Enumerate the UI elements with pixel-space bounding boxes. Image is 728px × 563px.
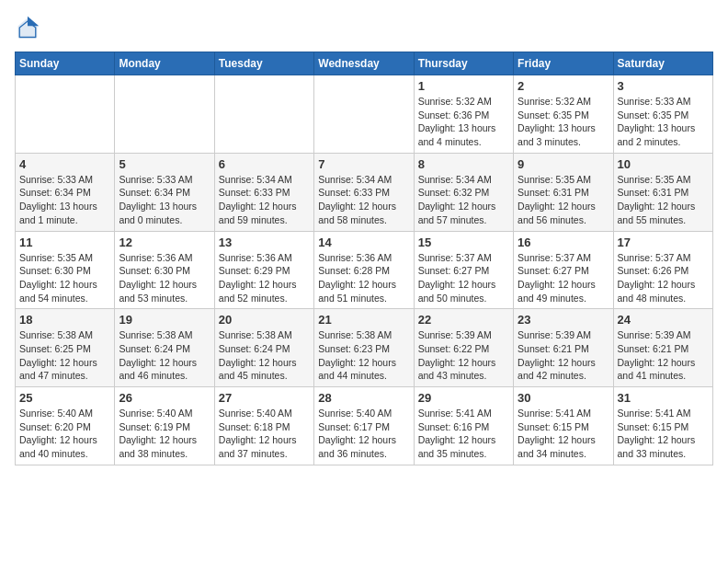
day-info: Sunrise: 5:35 AM Sunset: 6:30 PM Dayligh… <box>19 251 110 305</box>
day-info: Sunrise: 5:38 AM Sunset: 6:24 PM Dayligh… <box>119 328 210 383</box>
day-info: Sunrise: 5:35 AM Sunset: 6:31 PM Dayligh… <box>618 173 709 227</box>
day-info: Sunrise: 5:41 AM Sunset: 6:15 PM Dayligh… <box>518 407 609 461</box>
day-number: 1 <box>418 79 509 93</box>
day-number: 23 <box>518 313 609 327</box>
calendar-cell: 31Sunrise: 5:41 AM Sunset: 6:15 PM Dayli… <box>613 387 712 465</box>
day-number: 27 <box>219 391 310 405</box>
day-number: 7 <box>318 157 409 171</box>
calendar-cell: 26Sunrise: 5:40 AM Sunset: 6:19 PM Dayli… <box>115 387 214 465</box>
calendar-cell: 30Sunrise: 5:41 AM Sunset: 6:15 PM Dayli… <box>514 387 613 465</box>
day-number: 21 <box>318 313 409 327</box>
day-info: Sunrise: 5:40 AM Sunset: 6:17 PM Dayligh… <box>318 407 409 461</box>
day-number: 5 <box>119 157 210 171</box>
day-info: Sunrise: 5:38 AM Sunset: 6:23 PM Dayligh… <box>318 328 409 383</box>
day-info: Sunrise: 5:34 AM Sunset: 6:32 PM Dayligh… <box>418 173 509 227</box>
day-info: Sunrise: 5:37 AM Sunset: 6:27 PM Dayligh… <box>418 251 509 305</box>
day-number: 29 <box>418 391 509 405</box>
day-info: Sunrise: 5:34 AM Sunset: 6:33 PM Dayligh… <box>219 173 310 227</box>
calendar-cell: 15Sunrise: 5:37 AM Sunset: 6:27 PM Dayli… <box>414 231 513 309</box>
day-info: Sunrise: 5:33 AM Sunset: 6:34 PM Dayligh… <box>19 173 110 227</box>
day-info: Sunrise: 5:41 AM Sunset: 6:15 PM Dayligh… <box>618 407 709 461</box>
logo <box>15 15 44 40</box>
day-number: 12 <box>119 236 210 249</box>
calendar-cell <box>214 75 313 154</box>
day-info: Sunrise: 5:36 AM Sunset: 6:28 PM Dayligh… <box>318 251 409 305</box>
day-info: Sunrise: 5:40 AM Sunset: 6:18 PM Dayligh… <box>219 407 310 461</box>
calendar-cell: 20Sunrise: 5:38 AM Sunset: 6:24 PM Dayli… <box>214 309 313 387</box>
calendar-cell: 8Sunrise: 5:34 AM Sunset: 6:32 PM Daylig… <box>414 153 513 231</box>
day-number: 13 <box>219 236 310 249</box>
day-number: 14 <box>318 236 409 249</box>
day-info: Sunrise: 5:37 AM Sunset: 6:27 PM Dayligh… <box>518 251 609 305</box>
weekday-header: Tuesday <box>214 52 313 75</box>
calendar-cell: 21Sunrise: 5:38 AM Sunset: 6:23 PM Dayli… <box>314 309 414 387</box>
weekday-header: Sunday <box>16 52 115 75</box>
day-number: 22 <box>418 313 509 327</box>
calendar-cell: 22Sunrise: 5:39 AM Sunset: 6:22 PM Dayli… <box>414 309 513 387</box>
day-info: Sunrise: 5:36 AM Sunset: 6:29 PM Dayligh… <box>219 251 310 305</box>
calendar-cell: 12Sunrise: 5:36 AM Sunset: 6:30 PM Dayli… <box>115 231 214 309</box>
calendar-cell: 17Sunrise: 5:37 AM Sunset: 6:26 PM Dayli… <box>613 231 712 309</box>
day-info: Sunrise: 5:39 AM Sunset: 6:22 PM Dayligh… <box>418 328 509 383</box>
day-info: Sunrise: 5:41 AM Sunset: 6:16 PM Dayligh… <box>418 407 509 461</box>
calendar-week-row: 11Sunrise: 5:35 AM Sunset: 6:30 PM Dayli… <box>16 231 713 309</box>
calendar-table: SundayMondayTuesdayWednesdayThursdayFrid… <box>15 52 713 465</box>
calendar-week-row: 1Sunrise: 5:32 AM Sunset: 6:36 PM Daylig… <box>16 75 713 154</box>
calendar-cell: 24Sunrise: 5:39 AM Sunset: 6:21 PM Dayli… <box>613 309 712 387</box>
day-info: Sunrise: 5:40 AM Sunset: 6:19 PM Dayligh… <box>119 407 210 461</box>
calendar-cell: 2Sunrise: 5:32 AM Sunset: 6:35 PM Daylig… <box>514 75 613 154</box>
calendar-cell: 16Sunrise: 5:37 AM Sunset: 6:27 PM Dayli… <box>514 231 613 309</box>
calendar-cell: 28Sunrise: 5:40 AM Sunset: 6:17 PM Dayli… <box>314 387 414 465</box>
calendar-cell: 14Sunrise: 5:36 AM Sunset: 6:28 PM Dayli… <box>314 231 414 309</box>
day-number: 19 <box>119 313 210 327</box>
calendar-week-row: 25Sunrise: 5:40 AM Sunset: 6:20 PM Dayli… <box>16 387 713 465</box>
calendar-cell: 4Sunrise: 5:33 AM Sunset: 6:34 PM Daylig… <box>16 153 115 231</box>
calendar-week-row: 18Sunrise: 5:38 AM Sunset: 6:25 PM Dayli… <box>16 309 713 387</box>
weekday-header: Thursday <box>414 52 513 75</box>
day-number: 16 <box>518 236 609 249</box>
weekday-header: Wednesday <box>314 52 414 75</box>
calendar-cell <box>115 75 214 154</box>
calendar-cell: 27Sunrise: 5:40 AM Sunset: 6:18 PM Dayli… <box>214 387 313 465</box>
day-number: 31 <box>618 391 709 405</box>
calendar-cell: 11Sunrise: 5:35 AM Sunset: 6:30 PM Dayli… <box>16 231 115 309</box>
calendar-cell: 1Sunrise: 5:32 AM Sunset: 6:36 PM Daylig… <box>414 75 513 154</box>
day-number: 6 <box>219 157 310 171</box>
day-number: 9 <box>518 157 609 171</box>
day-info: Sunrise: 5:36 AM Sunset: 6:30 PM Dayligh… <box>119 251 210 305</box>
calendar-cell <box>16 75 115 154</box>
calendar-cell: 5Sunrise: 5:33 AM Sunset: 6:34 PM Daylig… <box>115 153 214 231</box>
day-number: 28 <box>318 391 409 405</box>
day-info: Sunrise: 5:39 AM Sunset: 6:21 PM Dayligh… <box>518 328 609 383</box>
calendar-body: 1Sunrise: 5:32 AM Sunset: 6:36 PM Daylig… <box>16 75 713 465</box>
calendar-cell: 7Sunrise: 5:34 AM Sunset: 6:33 PM Daylig… <box>314 153 414 231</box>
weekday-row: SundayMondayTuesdayWednesdayThursdayFrid… <box>16 52 713 75</box>
calendar-header: SundayMondayTuesdayWednesdayThursdayFrid… <box>16 52 713 75</box>
calendar-cell: 25Sunrise: 5:40 AM Sunset: 6:20 PM Dayli… <box>16 387 115 465</box>
calendar-cell: 13Sunrise: 5:36 AM Sunset: 6:29 PM Dayli… <box>214 231 313 309</box>
day-info: Sunrise: 5:37 AM Sunset: 6:26 PM Dayligh… <box>618 251 709 305</box>
day-number: 25 <box>19 391 110 405</box>
day-info: Sunrise: 5:35 AM Sunset: 6:31 PM Dayligh… <box>518 173 609 227</box>
day-info: Sunrise: 5:38 AM Sunset: 6:25 PM Dayligh… <box>19 328 110 383</box>
day-number: 2 <box>518 79 609 93</box>
calendar-cell: 18Sunrise: 5:38 AM Sunset: 6:25 PM Dayli… <box>16 309 115 387</box>
day-info: Sunrise: 5:34 AM Sunset: 6:33 PM Dayligh… <box>318 173 409 227</box>
day-info: Sunrise: 5:39 AM Sunset: 6:21 PM Dayligh… <box>618 328 709 383</box>
day-info: Sunrise: 5:40 AM Sunset: 6:20 PM Dayligh… <box>19 407 110 461</box>
day-number: 4 <box>19 157 110 171</box>
calendar-cell: 19Sunrise: 5:38 AM Sunset: 6:24 PM Dayli… <box>115 309 214 387</box>
day-number: 24 <box>618 313 709 327</box>
day-number: 8 <box>418 157 509 171</box>
weekday-header: Friday <box>514 52 613 75</box>
calendar-cell: 23Sunrise: 5:39 AM Sunset: 6:21 PM Dayli… <box>514 309 613 387</box>
calendar-cell: 9Sunrise: 5:35 AM Sunset: 6:31 PM Daylig… <box>514 153 613 231</box>
calendar-cell <box>314 75 414 154</box>
day-number: 10 <box>618 157 709 171</box>
day-number: 3 <box>618 79 709 93</box>
day-number: 20 <box>219 313 310 327</box>
day-number: 18 <box>19 313 110 327</box>
weekday-header: Saturday <box>613 52 712 75</box>
day-info: Sunrise: 5:32 AM Sunset: 6:35 PM Dayligh… <box>518 95 609 149</box>
day-number: 11 <box>19 236 110 249</box>
